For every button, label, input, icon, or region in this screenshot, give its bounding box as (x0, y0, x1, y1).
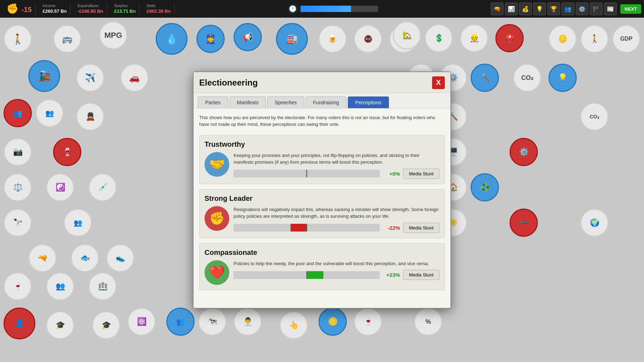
strong-leader-icon: ✊ (205, 206, 229, 231)
bg-circle-police: 👮 (196, 25, 225, 53)
bg-circle-hand: 👆 (280, 311, 308, 339)
bg-circle-walker: 🚶 (4, 25, 32, 53)
strong-leader-card: Strong Leader ✊ Resignations will negati… (199, 189, 445, 238)
bg-circle-atom: ⚛️ (127, 308, 156, 336)
approval-value: -15 (22, 6, 32, 13)
bg-circle-gear3: ⚙️ (510, 138, 538, 166)
compassionate-right: Policies to help the needy, the poor and… (234, 260, 439, 280)
strong-leader-bar-container (234, 224, 380, 232)
description-text: This shows how you are perceived by the … (199, 114, 445, 128)
bg-circle-minussign: ➖ (510, 209, 538, 237)
bg-circle-coins2: 🪙 (548, 25, 577, 53)
income-value: £260.57 Bn (43, 8, 67, 14)
bg-circle-hammer: 🔨 (471, 64, 499, 92)
strong-leader-right: Resignations will negatively impact this… (234, 206, 439, 233)
approval-bar (300, 6, 351, 12)
approval-section: 🕐 (178, 3, 487, 14)
electioneering-modal: Electioneering X Parties Manifesto Speec… (193, 71, 451, 309)
bg-circle-worker: 👷 (460, 24, 488, 52)
bg-circle-medic: 🏥 (88, 272, 117, 300)
bg-circle-crowd4: 👥 (46, 272, 74, 300)
bg-circle-mpg: MPG (99, 21, 127, 49)
bg-circle-car2: 🚗 (120, 64, 149, 92)
bg-circle-co2: CO₂ (513, 64, 541, 92)
bg-circle-factory: 🏭 (276, 23, 308, 55)
strong-leader-media-stunt-button[interactable]: Media Stunt (403, 223, 439, 233)
trustworthy-icon: 🤝 (205, 152, 229, 177)
compassionate-card: Compassionate ❤️ Policies to help the ne… (199, 243, 445, 290)
approval-stat: ✊ -15 (3, 2, 36, 15)
strong-leader-title: Strong Leader (205, 194, 439, 203)
tab-speeches[interactable]: Speeches (267, 97, 304, 108)
gear-icon[interactable]: ⚙️ (576, 2, 588, 15)
compassionate-media-stunt-button[interactable]: Media Stunt (403, 270, 439, 280)
trustworthy-bar-container (234, 170, 380, 177)
bg-circle-diploma: 🎓 (92, 311, 120, 339)
people-icon[interactable]: 👥 (562, 2, 574, 15)
bg-circle-nosmoking: 🚭 (354, 25, 382, 53)
compassionate-bar-fill (306, 271, 323, 279)
bg-circle-globe: 🌍 (580, 209, 609, 237)
compassionate-bar-container (234, 271, 380, 279)
strong-leader-center-line (306, 224, 307, 232)
trustworthy-media-stunt-button[interactable]: Media Stunt (403, 169, 439, 179)
bg-circle-water: 💧 (156, 23, 188, 55)
bg-circle-gdp: GDP (612, 25, 640, 53)
debt-value: £862.38 Bn (146, 8, 171, 14)
surplus-label: Surplus: (114, 3, 136, 8)
bg-circle-telescope: 🔭 (4, 209, 32, 237)
bg-circle-mortar: 🎓 (46, 311, 74, 339)
bg-circle-guard: 💂 (76, 103, 104, 131)
tab-perceptions[interactable]: Perceptions (348, 97, 389, 108)
bg-circle-cow: 🐄 (198, 308, 226, 336)
bg-circle-boot: 👟 (106, 244, 134, 272)
bg-circle-yin: ☯️ (46, 173, 74, 202)
bg-circle-person2: 🚶 (580, 25, 609, 53)
trustworthy-bar-row: +0% Media Stunt (234, 169, 439, 179)
bg-circle-bus: 🚌 (53, 25, 81, 53)
bg-circle-plane: ✈️ (76, 64, 104, 92)
chart-icon[interactable]: 📊 (505, 2, 518, 15)
gun-icon[interactable]: 🔫 (491, 2, 504, 15)
modal-header: Electioneering X (194, 72, 450, 93)
bg-circle-house2: 🏡 (393, 21, 421, 49)
expenditure-value: -£246.85 Bn (77, 8, 103, 14)
strong-leader-value: -22% (383, 225, 400, 231)
flag-icon[interactable]: 🏴 (590, 2, 603, 15)
strong-leader-bar-fill (291, 224, 306, 232)
bg-circle-co2-2: CO₂ (580, 103, 609, 131)
tab-bar: Parties Manifesto Speeches Fundraising P… (194, 93, 450, 109)
bg-circle-crowd: 👥 (4, 99, 32, 127)
close-button[interactable]: X (432, 76, 445, 89)
bg-circle-gun: 🔫 (28, 244, 57, 272)
bg-circle-person3: 👤 (4, 308, 35, 339)
surplus-stat: Surplus: £13.71 Bn (111, 3, 140, 14)
strong-leader-bar-row: -22% Media Stunt (234, 223, 439, 233)
next-button[interactable]: NEXT (620, 4, 641, 14)
approval-bar-container (300, 6, 378, 12)
newspaper-icon[interactable]: 📰 (604, 2, 617, 15)
bg-circle-wine2: 🍷 (4, 272, 32, 300)
trustworthy-row: 🤝 Keeping your promises and your princip… (205, 152, 439, 179)
trophy-icon[interactable]: 🏆 (547, 2, 560, 15)
bg-circle-crowd2: 👥 (35, 99, 64, 127)
compassionate-row: ❤️ Policies to help the needy, the poor … (205, 260, 439, 285)
bg-circle-wine3: 🍷 (354, 308, 382, 336)
top-icons: 🔫 📊 💰 💡 🏆 👥 ⚙️ 🏴 📰 (491, 2, 617, 15)
lightbulb-icon[interactable]: 💡 (533, 2, 546, 15)
compassionate-desc: Policies to help the needy, the poor and… (234, 260, 439, 267)
bg-circle-speaker: 📢 (234, 23, 262, 51)
trustworthy-title: Trustworthy (205, 140, 439, 148)
compassionate-center-line (306, 271, 307, 279)
bg-circle-crowd3: 👥 (64, 209, 92, 237)
bg-circle-syringe: 💉 (88, 173, 117, 202)
tab-fundraising[interactable]: Fundraising (306, 97, 346, 108)
tab-parties[interactable]: Parties (198, 97, 228, 108)
bg-circle-hardhat: ⛑️ (495, 24, 524, 52)
bg-circle-percent: % (414, 308, 442, 336)
income-label: Income: (43, 3, 67, 8)
compassionate-value: +23% (383, 272, 400, 278)
income-stat: Income: £260.57 Bn (39, 3, 71, 14)
money-icon[interactable]: 💰 (519, 2, 532, 15)
tab-manifesto[interactable]: Manifesto (230, 97, 266, 108)
